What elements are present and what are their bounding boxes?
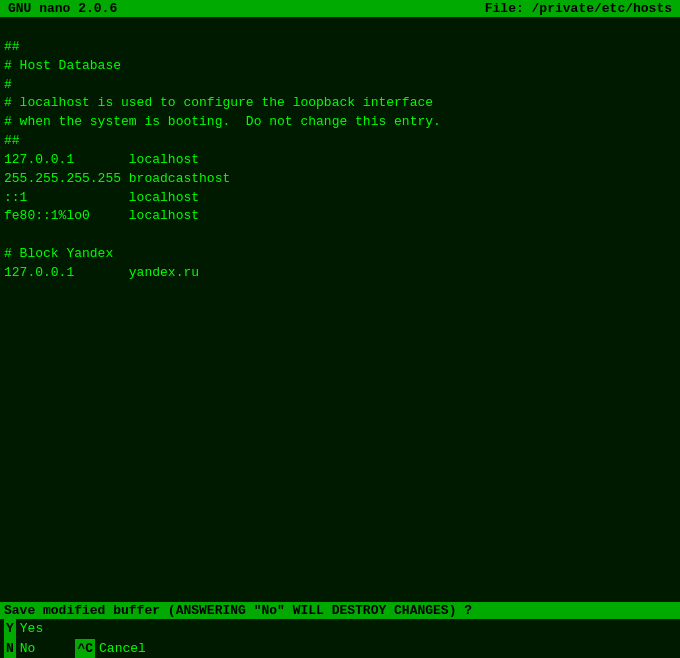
no-cancel-option[interactable]: N No ^C Cancel [0,639,680,659]
editor-line [4,302,676,321]
editor-line: 255.255.255.255 broadcasthost [4,170,676,189]
editor-line: # localhost is used to configure the loo… [4,94,676,113]
editor-line [4,377,676,396]
editor-line [4,528,676,547]
editor-line: fe80::1%lo0 localhost [4,207,676,226]
editor-line [4,471,676,490]
cancel-label: Cancel [99,639,146,659]
editor-line: ::1 localhost [4,189,676,208]
status-bar: Save modified buffer (ANSWERING "No" WIL… [0,602,680,619]
editor-line: # [4,76,676,95]
editor-line [4,452,676,471]
editor-line [4,565,676,584]
editor-line: # Host Database [4,57,676,76]
editor-line [4,509,676,528]
prompt-area: Y Yes N No ^C Cancel [0,619,680,658]
editor-area[interactable]: ### Host Database## localhost is used to… [0,17,680,602]
status-text: Save modified buffer (ANSWERING "No" WIL… [4,603,472,618]
yes-label: Yes [20,619,43,639]
editor-line [4,19,676,38]
editor-line [4,434,676,453]
no-key: N [4,639,16,659]
editor-line: 127.0.0.1 localhost [4,151,676,170]
editor-line [4,415,676,434]
title-bar: GNU nano 2.0.6 File: /private/etc/hosts [0,0,680,17]
editor-line [4,339,676,358]
editor-line [4,226,676,245]
app-title: GNU nano 2.0.6 [8,1,117,16]
editor-line: # when the system is booting. Do not cha… [4,113,676,132]
yes-option[interactable]: Y Yes [0,619,680,639]
editor-line [4,358,676,377]
yes-key: Y [4,619,16,639]
editor-line [4,584,676,602]
editor-line [4,321,676,340]
editor-line: ## [4,38,676,57]
editor-line: ## [4,132,676,151]
editor-line [4,283,676,302]
file-path: File: /private/etc/hosts [485,1,672,16]
cancel-key: ^C [75,639,95,659]
editor-line [4,396,676,415]
editor-line [4,490,676,509]
editor-line [4,547,676,566]
no-label: No [20,639,36,659]
editor-line: # Block Yandex [4,245,676,264]
editor-line: 127.0.0.1 yandex.ru [4,264,676,283]
